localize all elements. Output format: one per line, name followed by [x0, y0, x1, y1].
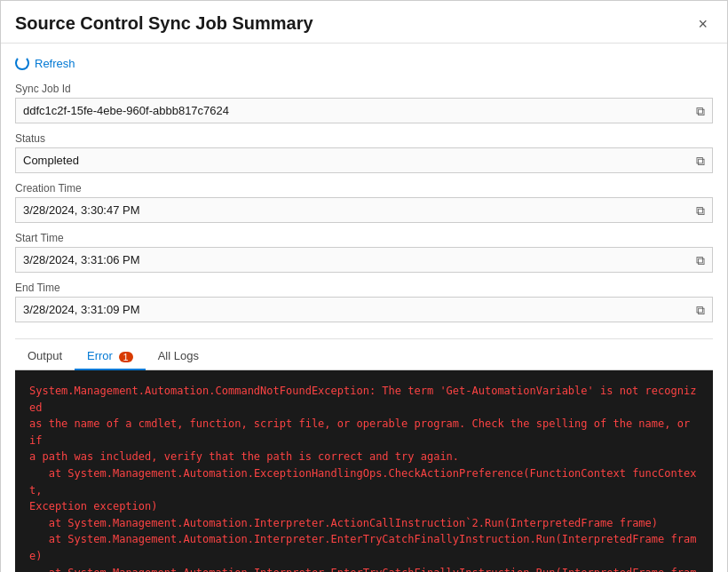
sync-job-id-copy-button[interactable]: ⧉	[689, 101, 712, 121]
tabs-bar: Output Error 1 All Logs	[15, 343, 713, 370]
creation-time-row: 3/28/2024, 3:30:47 PM ⧉	[15, 197, 713, 223]
creation-time-copy-button[interactable]: ⧉	[689, 201, 712, 220]
divider	[15, 338, 713, 339]
close-button[interactable]: ×	[692, 14, 713, 34]
end-time-row: 3/28/2024, 3:31:09 PM ⧉	[15, 297, 713, 322]
tab-output[interactable]: Output	[15, 343, 75, 370]
start-time-field: Start Time 3/28/2024, 3:31:06 PM ⧉	[15, 232, 713, 273]
source-control-sync-dialog: Source Control Sync Job Summary × Refres…	[0, 0, 728, 572]
refresh-icon	[15, 56, 29, 70]
end-time-copy-button[interactable]: ⧉	[689, 300, 712, 320]
refresh-button[interactable]: Refresh	[15, 52, 713, 74]
dialog-body: Refresh Sync Job Id ddfc1c2f-15fe-4ebe-9…	[1, 44, 727, 572]
log-output-area: System.Management.Automation.CommandNotF…	[15, 370, 713, 572]
end-time-value: 3/28/2024, 3:31:09 PM	[16, 298, 689, 322]
creation-time-value: 3/28/2024, 3:30:47 PM	[16, 198, 689, 222]
start-time-row: 3/28/2024, 3:31:06 PM ⧉	[15, 247, 713, 273]
tab-error[interactable]: Error 1	[75, 343, 146, 370]
status-field: Status Completed ⧉	[15, 132, 713, 173]
error-badge: 1	[119, 352, 133, 362]
status-row: Completed ⧉	[15, 147, 713, 173]
refresh-label: Refresh	[35, 57, 75, 70]
status-label: Status	[15, 132, 713, 145]
creation-time-label: Creation Time	[15, 182, 713, 195]
end-time-label: End Time	[15, 282, 713, 294]
start-time-value: 3/28/2024, 3:31:06 PM	[16, 248, 689, 272]
sync-job-id-value: ddfc1c2f-15fe-4ebe-960f-abbb817c7624	[16, 99, 689, 123]
dialog-header: Source Control Sync Job Summary ×	[1, 1, 727, 44]
start-time-copy-button[interactable]: ⧉	[689, 250, 712, 270]
status-copy-button[interactable]: ⧉	[689, 151, 712, 171]
sync-job-id-label: Sync Job Id	[15, 83, 713, 95]
creation-time-field: Creation Time 3/28/2024, 3:30:47 PM ⧉	[15, 182, 713, 223]
log-text: System.Management.Automation.CommandNotF…	[29, 383, 699, 572]
dialog-title: Source Control Sync Job Summary	[15, 13, 313, 34]
end-time-field: End Time 3/28/2024, 3:31:09 PM ⧉	[15, 282, 713, 322]
sync-job-id-field: Sync Job Id ddfc1c2f-15fe-4ebe-960f-abbb…	[15, 83, 713, 123]
tab-all-logs[interactable]: All Logs	[146, 343, 211, 370]
status-value: Completed	[16, 148, 689, 172]
start-time-label: Start Time	[15, 232, 713, 244]
sync-job-id-row: ddfc1c2f-15fe-4ebe-960f-abbb817c7624 ⧉	[15, 98, 713, 123]
